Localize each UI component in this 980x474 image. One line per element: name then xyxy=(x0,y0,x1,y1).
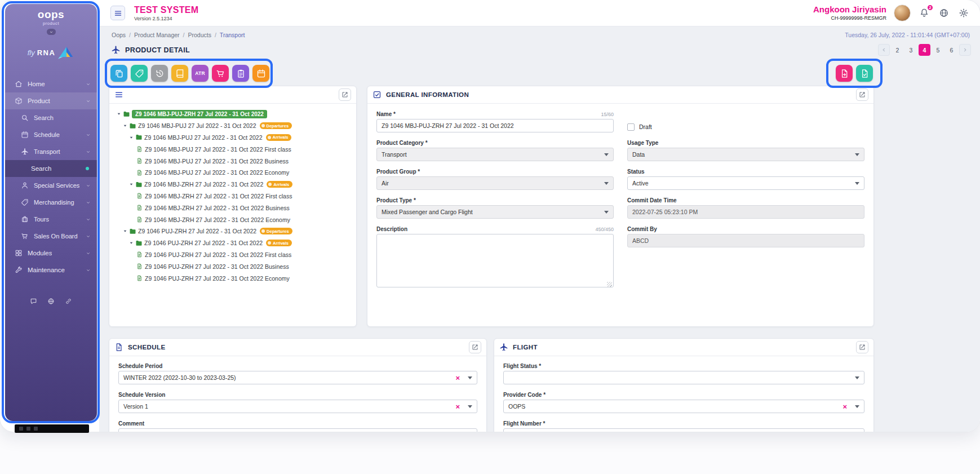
file-icon xyxy=(136,145,143,153)
tree-item[interactable]: Z9 1046 MBJ-ZRH 27 Jul 2022 - 31 Oct 202… xyxy=(113,191,353,202)
expand-schedule-button[interactable] xyxy=(469,341,481,353)
page-button-2[interactable]: 2 xyxy=(892,44,903,56)
name-input[interactable] xyxy=(376,119,614,132)
flight-status-field: Flight Status * xyxy=(503,363,864,384)
tree-item-label: Z9 1046 MBJ-PUJ 27 Jul 2022 - 31 Oct 202… xyxy=(145,169,289,176)
breadcrumb-item-current[interactable]: Transport xyxy=(220,32,245,38)
tree-item[interactable]: Z9 1046 MBJ-PUJ-ZRH 27 Jul 2022 - 31 Oct… xyxy=(113,108,353,120)
provider-code-select[interactable]: OOPS xyxy=(503,400,864,413)
page-button-5[interactable]: 5 xyxy=(932,44,944,56)
previous-page-button[interactable] xyxy=(878,44,890,56)
product-category-select[interactable]: Transport xyxy=(376,148,614,161)
tree-item-label: Z9 1046 PUJ-ZRH 27 Jul 2022 - 31 Oct 202… xyxy=(145,263,289,270)
tree-item[interactable]: Z9 1046 MBJ-ZRH 27 Jul 2022 - 31 Oct 202… xyxy=(113,179,353,191)
clear-icon[interactable] xyxy=(455,374,460,382)
app-title: TEST SYSTEM xyxy=(134,5,198,15)
calendar-button[interactable] xyxy=(252,65,269,82)
tree-item[interactable]: Z9 1046 PUJ-ZRH 27 Jul 2022 - 31 Oct 202… xyxy=(113,237,353,249)
breadcrumb-item[interactable]: Oops xyxy=(112,32,126,38)
flight-status-label: Flight Status * xyxy=(503,363,541,369)
page-button-4[interactable]: 4 xyxy=(919,44,930,56)
breadcrumb-item[interactable]: Product Manager xyxy=(134,32,180,38)
tree-item[interactable]: Z9 1046 MBJ-PUJ 27 Jul 2022 - 31 Oct 202… xyxy=(113,167,353,179)
tree-item[interactable]: Z9 1046 PUJ-ZRH 27 Jul 2022 - 31 Oct 202… xyxy=(113,272,353,284)
tree-item-label: Z9 1046 PUJ-ZRH 27 Jul 2022 - 31 Oct 202… xyxy=(144,240,263,246)
tree-caret-icon[interactable] xyxy=(128,135,134,140)
comment-input[interactable] xyxy=(118,428,477,432)
document-icon xyxy=(114,343,123,352)
tree-caret-icon[interactable] xyxy=(122,123,128,129)
sidebar-item-modules[interactable]: Modules xyxy=(5,245,97,262)
schedule-version-select[interactable]: Version 1 xyxy=(118,400,477,413)
expand-general-info-button[interactable] xyxy=(856,88,868,101)
globe-icon[interactable] xyxy=(47,298,55,305)
flight-status-select[interactable] xyxy=(503,371,864,384)
merchandising-icon xyxy=(21,198,29,206)
tree-item[interactable]: Z9 1046 MBJ-PUJ 27 Jul 2022 - 31 Oct 202… xyxy=(113,132,353,144)
sidebar-item-tours[interactable]: Tours xyxy=(5,211,97,228)
breadcrumb-item[interactable]: Products xyxy=(188,32,211,38)
product-type-select[interactable]: Mixed Passenger and Cargo Flight xyxy=(376,205,614,219)
settings-button[interactable] xyxy=(957,7,970,19)
tree-caret-icon[interactable] xyxy=(116,111,122,117)
tree-caret-icon[interactable] xyxy=(122,228,128,234)
link-icon[interactable] xyxy=(65,298,72,305)
history-button[interactable] xyxy=(151,65,168,82)
sidebar-item-home[interactable]: Home xyxy=(5,76,97,92)
menu-toggle-button[interactable] xyxy=(110,6,125,20)
page-title: PRODUCT DETAIL xyxy=(125,46,190,54)
status-select[interactable]: Active xyxy=(627,176,864,190)
sidebar-item-product[interactable]: Product xyxy=(5,92,97,109)
expand-tree-panel-button[interactable] xyxy=(339,88,351,101)
export-button[interactable] xyxy=(836,65,853,82)
usage-type-select[interactable]: Data xyxy=(627,148,864,161)
tree-item[interactable]: Z9 1046 MBJ-PUJ 27 Jul 2022 - 31 Oct 202… xyxy=(113,143,353,155)
avatar[interactable] xyxy=(894,5,911,21)
tree-item[interactable]: Z9 1046 MBJ-ZRH 27 Jul 2022 - 31 Oct 202… xyxy=(113,202,353,214)
sidebar-item-sales-on-board[interactable]: Sales On Board xyxy=(5,228,97,245)
folder-icon xyxy=(135,134,143,141)
language-button[interactable] xyxy=(938,7,950,19)
tree-item[interactable]: Z9 1046 MBJ-ZRH 27 Jul 2022 - 31 Oct 202… xyxy=(113,214,353,225)
clipboard-button[interactable] xyxy=(232,65,249,82)
tree-item[interactable]: Z9 1046 MBJ-PUJ 27 Jul 2022 - 31 Oct 202… xyxy=(113,155,353,167)
sidebar-item-transport[interactable]: Transport xyxy=(5,143,97,160)
clear-icon[interactable] xyxy=(842,403,847,410)
sidebar-item-maintenance[interactable]: Maintenance xyxy=(5,262,97,278)
tree-item[interactable]: Z9 1046 PUJ-ZRH 27 Jul 2022 - 31 Oct 202… xyxy=(113,225,353,237)
clear-icon[interactable] xyxy=(455,403,460,410)
tag-button[interactable] xyxy=(131,65,148,82)
sidebar-item-transport-search[interactable]: Search xyxy=(5,160,97,177)
expand-flight-button[interactable] xyxy=(856,341,868,353)
next-page-button[interactable] xyxy=(959,44,971,56)
user-info[interactable]: Angkoon Jiriyasin CH-99999998-RESMGR xyxy=(813,5,886,21)
sidebar-item-product-search[interactable]: Search xyxy=(5,109,97,126)
tree-caret-icon[interactable] xyxy=(128,181,134,187)
chat-icon[interactable] xyxy=(30,298,37,305)
draft-checkbox[interactable] xyxy=(627,123,635,131)
page-button-3[interactable]: 3 xyxy=(905,44,917,56)
book-button[interactable] xyxy=(171,65,188,82)
save-button[interactable] xyxy=(856,65,873,82)
schedule-period-select[interactable]: WINTER 2022 (2022-10-30 to 2023-03-25) xyxy=(118,371,477,384)
sidebar-item-schedule[interactable]: Schedule xyxy=(5,126,97,143)
tree-body: Z9 1046 MBJ-PUJ-ZRH 27 Jul 2022 - 31 Oct… xyxy=(109,104,356,289)
description-textarea[interactable] xyxy=(376,234,614,287)
modules-icon xyxy=(15,249,23,257)
tree-item[interactable]: Z9 1046 PUJ-ZRH 27 Jul 2022 - 31 Oct 202… xyxy=(113,260,353,272)
tree-caret-icon[interactable] xyxy=(128,240,134,246)
tree-item[interactable]: Z9 1046 PUJ-ZRH 27 Jul 2022 - 31 Oct 202… xyxy=(113,249,353,261)
atr-button[interactable]: ATR xyxy=(192,65,209,82)
cart-button[interactable] xyxy=(212,65,229,82)
product-group-select[interactable]: Air xyxy=(376,176,614,190)
page-button-6[interactable]: 6 xyxy=(946,44,957,56)
tree-item[interactable]: Z9 1046 MBJ-PUJ 27 Jul 2022 - 31 Oct 202… xyxy=(113,120,353,132)
sidebar-collapse-button[interactable] xyxy=(47,29,56,35)
resize-handle[interactable] xyxy=(607,282,612,287)
flight-number-input[interactable] xyxy=(503,428,864,432)
notifications-button[interactable]: 2 xyxy=(918,7,930,19)
sidebar-item-special-services[interactable]: Special Services xyxy=(5,177,97,194)
copy-button[interactable] xyxy=(110,65,127,82)
sidebar-item-merchandising[interactable]: Merchandising xyxy=(5,194,97,211)
sidebar-item-label: Search xyxy=(34,114,54,121)
